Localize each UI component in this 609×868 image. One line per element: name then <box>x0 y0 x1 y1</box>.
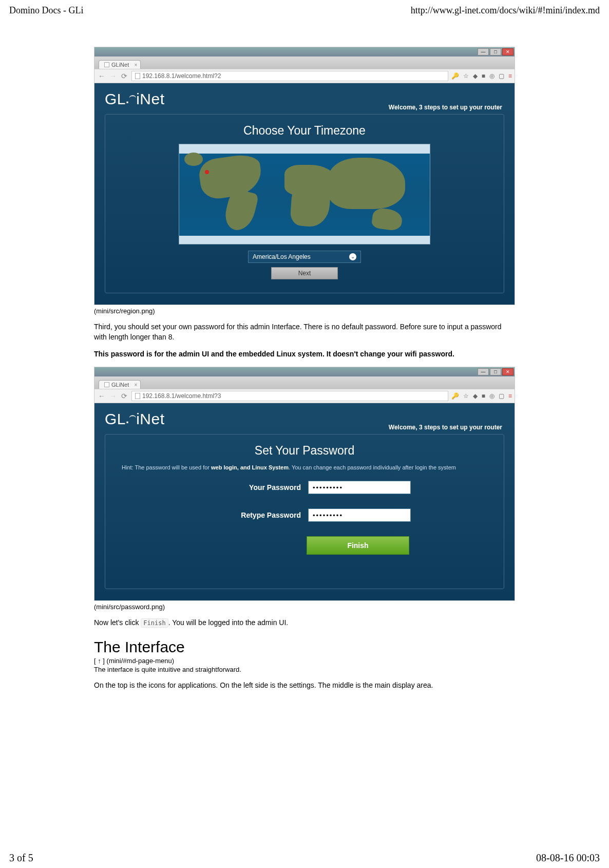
star-icon[interactable]: ☆ <box>463 392 469 400</box>
section-heading: The Interface <box>94 638 515 656</box>
tab-label: GLiNet <box>111 382 129 388</box>
tab-label: GLiNet <box>111 62 129 68</box>
window-titlebar: — □ ✕ <box>94 367 515 376</box>
browser-tabs: GLiNet × <box>94 56 515 69</box>
map-pin-icon <box>205 170 209 174</box>
key-icon[interactable]: 🔑 <box>451 392 459 400</box>
menu-icon[interactable]: ≡ <box>508 392 511 400</box>
tab-close-icon[interactable]: × <box>134 382 137 388</box>
print-timestamp: 08-08-16 00:03 <box>536 852 600 864</box>
browser-tab[interactable]: GLiNet × <box>99 60 141 69</box>
close-icon: ✕ <box>502 48 513 55</box>
extension-icon[interactable]: ◆ <box>473 72 478 80</box>
minimize-icon: — <box>478 48 489 55</box>
close-icon: ✕ <box>502 368 513 375</box>
back-icon[interactable]: ← <box>98 72 106 80</box>
shield-icon[interactable]: ▢ <box>499 392 504 400</box>
finish-button[interactable]: Finish <box>307 536 409 555</box>
paragraph: Third, you should set your own password … <box>94 322 515 342</box>
circle-icon[interactable]: ◎ <box>489 72 494 80</box>
favicon-icon <box>104 382 109 387</box>
circle-icon[interactable]: ◎ <box>489 392 494 400</box>
page-icon <box>135 393 140 399</box>
chevron-down-icon: ⌄ <box>349 253 356 260</box>
browser-tabs: GLiNet × <box>94 376 515 389</box>
doc-title: Domino Docs - GLi <box>9 5 83 16</box>
image-caption: (mini/src/password.png) <box>94 603 515 611</box>
retype-password-input[interactable]: ••••••••• <box>308 508 411 522</box>
star-icon[interactable]: ☆ <box>463 72 469 80</box>
page-icon <box>135 73 140 79</box>
square-icon[interactable]: ■ <box>482 392 485 400</box>
tab-close-icon[interactable]: × <box>134 62 137 68</box>
paragraph: The interface is quite intuitive and str… <box>94 666 515 673</box>
maximize-icon: □ <box>490 368 501 375</box>
paragraph-bold: This password is for the admin UI and th… <box>94 349 515 360</box>
url-text: 192.168.8.1/welcome.html?2 <box>142 72 221 80</box>
welcome-text: Welcome, 3 steps to set up your router <box>389 424 502 431</box>
shield-icon[interactable]: ▢ <box>499 72 504 80</box>
paragraph: On the top is the icons for applications… <box>94 681 515 691</box>
key-icon[interactable]: 🔑 <box>451 72 459 80</box>
address-bar[interactable]: 192.168.8.1/welcome.html?3 <box>131 391 448 401</box>
next-button[interactable]: Next <box>271 267 338 279</box>
reload-icon[interactable]: ⟳ <box>120 392 128 400</box>
screenshot-password: — □ ✕ GLiNet × ← → ⟳ 192.168.8.1/welcome… <box>94 367 515 601</box>
retype-password-label: Retype Password <box>198 511 301 519</box>
timezone-select[interactable]: America/Los Angeles ⌄ <box>248 251 361 263</box>
url-text: 192.168.8.1/welcome.html?3 <box>142 392 221 400</box>
password-input[interactable]: ••••••••• <box>308 481 411 494</box>
browser-toolbar: ← → ⟳ 192.168.8.1/welcome.html?3 🔑 ☆ ◆ ■… <box>94 389 515 403</box>
timezone-value: America/Los Angeles <box>253 253 311 260</box>
address-bar[interactable]: 192.168.8.1/welcome.html?2 <box>131 71 448 81</box>
window-titlebar: — □ ✕ <box>94 47 515 56</box>
paragraph: Now let's click Finish. You will be logg… <box>94 618 515 628</box>
hint-text: Hint: The password will be used for web … <box>122 464 487 471</box>
panel-heading: Set Your Password <box>116 444 493 458</box>
world-map[interactable] <box>179 144 430 244</box>
image-caption: (mini/src/region.png) <box>94 307 515 315</box>
favicon-icon <box>104 62 109 67</box>
reload-icon[interactable]: ⟳ <box>120 72 128 80</box>
inline-code: Finish <box>141 618 168 628</box>
forward-icon: → <box>109 72 117 80</box>
square-icon[interactable]: ■ <box>482 72 485 80</box>
page-number: 3 of 5 <box>9 852 33 864</box>
browser-toolbar: ← → ⟳ 192.168.8.1/welcome.html?2 🔑 ☆ ◆ ■… <box>94 69 515 83</box>
browser-tab[interactable]: GLiNet × <box>99 380 141 389</box>
menu-icon[interactable]: ≡ <box>508 72 511 80</box>
back-icon[interactable]: ← <box>98 392 106 400</box>
anchor-link[interactable]: [ ↑ ] (mini/#md-page-menu) <box>94 657 515 665</box>
screenshot-timezone: — □ ✕ GLiNet × ← → ⟳ 192.168.8.1/welcome… <box>94 47 515 305</box>
extension-icon[interactable]: ◆ <box>473 392 478 400</box>
password-label: Your Password <box>198 483 301 492</box>
doc-url: http://www.gl-inet.com/docs/wiki/#!mini/… <box>411 5 600 16</box>
panel-heading: Choose Your Timezone <box>116 124 493 138</box>
maximize-icon: □ <box>490 48 501 55</box>
minimize-icon: — <box>478 368 489 375</box>
welcome-text: Welcome, 3 steps to set up your router <box>389 104 502 111</box>
forward-icon: → <box>109 392 117 400</box>
